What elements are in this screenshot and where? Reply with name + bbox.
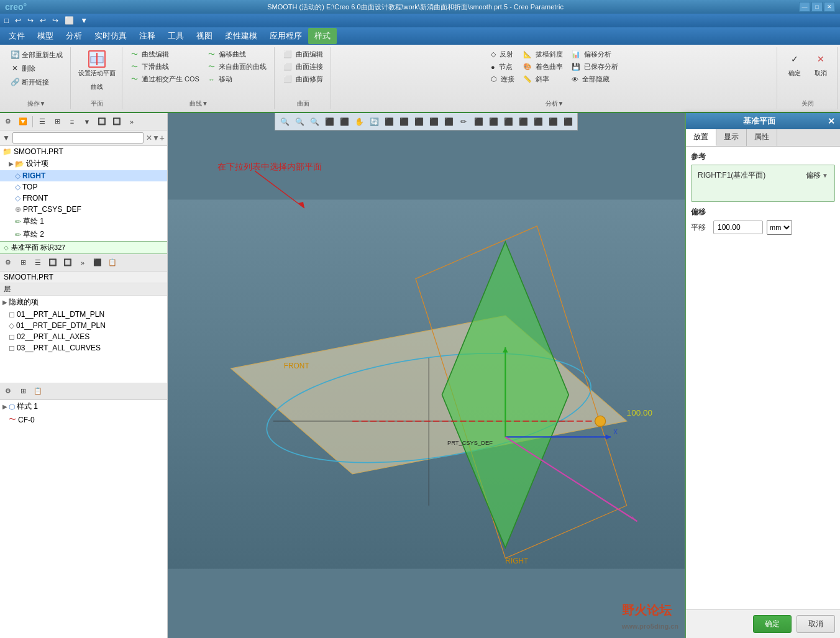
ribbon-hide-all-btn[interactable]: 👁 全部隐藏 xyxy=(568,73,622,85)
qa-open[interactable]: ↩ xyxy=(13,16,23,25)
search-clear-btn[interactable]: ✕ xyxy=(146,134,152,142)
ribbon-regenerate-btn[interactable]: 🔄 全部重新生成 xyxy=(6,48,66,61)
menu-app[interactable]: 应用程序 xyxy=(263,28,308,44)
vp-icon2-btn[interactable]: ⬛ xyxy=(397,115,411,129)
vp-zoom-in-btn[interactable]: 🔍 xyxy=(293,115,306,129)
ribbon-offset-analysis-btn[interactable]: 📊 偏移分析 xyxy=(568,48,622,60)
qa-new[interactable]: □ xyxy=(2,16,11,25)
vp-icon5-btn[interactable]: ⬛ xyxy=(442,115,455,129)
ribbon-curve-btn[interactable]: 曲线 xyxy=(76,81,118,93)
tree-filter-btn[interactable]: 🔽 xyxy=(16,115,30,129)
qa-redo[interactable]: ↪ xyxy=(50,16,60,25)
tree-root-item[interactable]: 📁 SMOOTH.PRT xyxy=(0,146,167,157)
ribbon-surface-edit-btn[interactable]: ⬜ 曲面编辑 xyxy=(280,48,327,60)
ref-item[interactable]: RIGHT:F1(基准平面) 偏移 ▼ xyxy=(695,169,831,182)
vp-icon11-btn[interactable]: ⬛ xyxy=(531,115,545,129)
ribbon-slope-btn[interactable]: 📏 斜率 xyxy=(519,73,567,85)
style-settings-btn[interactable]: ⚙ xyxy=(1,385,15,398)
menu-view[interactable]: 视图 xyxy=(190,28,219,44)
search-input[interactable] xyxy=(12,132,144,144)
vp-pan-btn[interactable]: ✋ xyxy=(352,115,366,129)
layer-more-btn[interactable]: » xyxy=(76,256,89,270)
ribbon-reflect-btn[interactable]: ◇ 反射 xyxy=(487,48,518,60)
cf0-item[interactable]: 〜 CF-0 xyxy=(0,413,167,426)
ribbon-confirm-btn[interactable]: ✓ 确定 xyxy=(782,48,807,80)
qa-save[interactable]: ↪ xyxy=(25,16,35,25)
qa-extra[interactable]: ⬜ xyxy=(63,16,76,25)
tree-sketch2-item[interactable]: ✏ 草绘 2 xyxy=(0,228,167,241)
vp-zoom-out-btn[interactable]: 🔍 xyxy=(308,115,321,129)
tree-top-item[interactable]: ◇ TOP xyxy=(0,181,167,193)
layer-icon5-btn[interactable]: ⬛ xyxy=(91,256,104,270)
minimize-btn[interactable]: — xyxy=(799,2,810,12)
ribbon-move-btn[interactable]: ↔ 移动 xyxy=(204,73,270,85)
dialog-cancel-btn[interactable]: 取消 xyxy=(797,615,835,633)
layer-settings-btn[interactable]: ⚙ xyxy=(1,256,15,270)
menu-tools[interactable]: 工具 xyxy=(162,28,190,44)
layer-02axes-item[interactable]: ◻ 02__PRT_ALL_AXES xyxy=(0,331,167,342)
close-btn[interactable]: ✕ xyxy=(824,2,835,12)
vp-frame2-btn[interactable]: ⬛ xyxy=(337,115,351,129)
menu-annotate[interactable]: 注释 xyxy=(133,28,162,44)
tree-list-btn[interactable]: ☰ xyxy=(35,115,49,129)
vp-zoom-btn[interactable]: 🔍 xyxy=(278,115,291,129)
layer-icon6-btn[interactable]: 📋 xyxy=(106,256,119,270)
tab-properties[interactable]: 属性 xyxy=(747,129,777,146)
style-icon2-btn[interactable]: ⊞ xyxy=(16,385,30,398)
layer-icon1-btn[interactable]: ⊞ xyxy=(16,256,30,270)
ribbon-connect-btn[interactable]: ⬡ 连接 xyxy=(487,73,518,85)
tree-settings-btn[interactable]: ⚙ xyxy=(1,115,15,129)
viewport[interactable]: 🔍 🔍 🔍 ⬛ ⬛ ✋ 🔄 ⬛ ⬛ ⬛ ⬛ ⬛ ✏ ⬛ ⬛ ⬛ ⬛ ⬛ ⬛ ⬛ xyxy=(168,113,685,638)
qa-dropdown[interactable]: ▼ xyxy=(78,16,89,25)
ribbon-color-curvature-btn[interactable]: 🎨 着色曲率 xyxy=(519,61,567,73)
layer-icon2-btn[interactable]: ☰ xyxy=(31,256,45,270)
vp-icon7-btn[interactable]: ⬛ xyxy=(472,115,485,129)
ribbon-unlink-btn[interactable]: 🔗 断开链接 xyxy=(6,76,66,88)
offset-value-input[interactable] xyxy=(713,221,763,234)
ribbon-sub-curve-btn[interactable]: 〜 下滑曲线 xyxy=(127,61,203,73)
ribbon-saved-analysis-btn[interactable]: 💾 已保存分析 xyxy=(568,61,622,73)
vp-icon6-btn[interactable]: ✏ xyxy=(457,115,470,129)
style-1-item[interactable]: ▶ ⬡ 样式 1 xyxy=(0,400,167,413)
ribbon-draft-btn[interactable]: 📐 拔模斜度 xyxy=(519,48,567,60)
layer-hidden-item[interactable]: ▶ 隐藏的项 xyxy=(0,296,167,309)
search-add-btn[interactable]: + xyxy=(160,133,165,143)
tree-details-btn[interactable]: ≡ xyxy=(65,115,79,129)
layer-01pln-item[interactable]: ◻ 01__PRT_ALL_DTM_PLN xyxy=(0,309,167,320)
menu-style[interactable]: 样式 xyxy=(308,28,337,44)
tree-icon-btn[interactable]: 🔲 xyxy=(95,115,109,129)
vp-icon3-btn[interactable]: ⬛ xyxy=(412,115,426,129)
tree-right-item[interactable]: ◇ RIGHT xyxy=(0,170,167,181)
search-down-btn[interactable]: ▼ xyxy=(152,134,160,142)
tab-display[interactable]: 显示 xyxy=(716,129,747,146)
tab-placement[interactable]: 放置 xyxy=(686,129,716,146)
tree-filter2-btn[interactable]: ▼ xyxy=(80,115,94,129)
layer-01def-item[interactable]: ◇ 01__PRT_DEF_DTM_PLN xyxy=(0,320,167,331)
vp-icon8-btn[interactable]: ⬛ xyxy=(486,115,500,129)
ribbon-surface-curve-btn[interactable]: 〜 来自曲面的曲线 xyxy=(204,61,270,73)
menu-analysis[interactable]: 分析 xyxy=(60,28,88,44)
ribbon-offset-curve-btn[interactable]: 〜 偏移曲线 xyxy=(204,48,270,60)
ribbon-curve-edit-btn[interactable]: 〜 曲线编辑 xyxy=(127,48,203,60)
tree-more-btn[interactable]: » xyxy=(125,115,139,129)
ribbon-cos-btn[interactable]: 〜 通过相交产生 COS xyxy=(127,73,203,85)
tree-sketch1-item[interactable]: ✏ 草绘 1 xyxy=(0,215,167,228)
vp-rotate-btn[interactable]: 🔄 xyxy=(367,115,381,129)
layer-03curves-item[interactable]: ◻ 03__PRT_ALL_CURVES xyxy=(0,342,167,353)
ribbon-cancel-btn[interactable]: ✕ 取消 xyxy=(808,48,833,80)
offset-unit-select[interactable]: mm xyxy=(767,220,792,235)
tree-csys-item[interactable]: ⊕ PRT_CSYS_DEF xyxy=(0,204,167,215)
maximize-btn[interactable]: □ xyxy=(811,2,823,12)
vp-icon13-btn[interactable]: ⬛ xyxy=(561,115,575,129)
ribbon-delete-btn[interactable]: ✕ 删除 xyxy=(6,62,66,75)
dialog-confirm-btn[interactable]: 确定 xyxy=(753,615,792,633)
vp-frame-btn[interactable]: ⬛ xyxy=(322,115,336,129)
layer-icon4-btn[interactable]: 🔲 xyxy=(61,256,75,270)
vp-icon9-btn[interactable]: ⬛ xyxy=(501,115,515,129)
ribbon-set-active-plane-btn[interactable]: 设置活动平面 xyxy=(76,48,118,80)
ribbon-surface-trim-btn[interactable]: ⬜ 曲面修剪 xyxy=(280,73,327,85)
vp-icon12-btn[interactable]: ⬛ xyxy=(546,115,560,129)
tree-front-item[interactable]: ◇ FRONT xyxy=(0,193,167,204)
menu-flex[interactable]: 柔性建模 xyxy=(219,28,263,44)
style-icon3-btn[interactable]: 📋 xyxy=(31,385,45,398)
